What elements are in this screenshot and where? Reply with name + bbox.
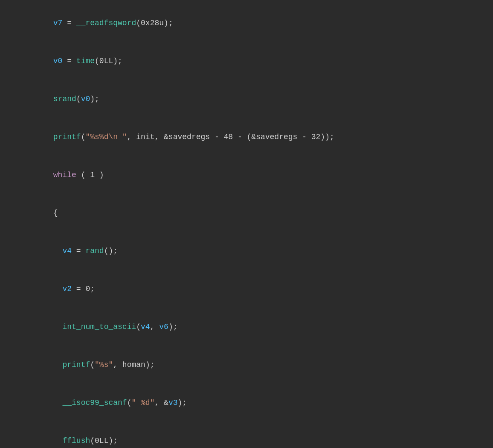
code-line: int_num_to_ascii(v4, v6); bbox=[0, 308, 493, 346]
code-content: v2 = 0; bbox=[26, 270, 484, 308]
code-content: v4 = rand(); bbox=[26, 232, 484, 270]
code-line: __isoc99_scanf(" %d", &v3); bbox=[0, 384, 493, 422]
code-line: srand(v0); bbox=[0, 80, 493, 118]
code-editor: v7 = __readfsqword(0x28u); v0 = time(0LL… bbox=[0, 0, 493, 448]
code-content: v7 = __readfsqword(0x28u); bbox=[26, 4, 484, 42]
code-content: { bbox=[26, 194, 484, 232]
code-line: v7 = __readfsqword(0x28u); bbox=[0, 4, 493, 42]
code-content: fflush(0LL); bbox=[26, 422, 484, 448]
code-line: while ( 1 ) bbox=[0, 156, 493, 194]
code-content: __isoc99_scanf(" %d", &v3); bbox=[26, 384, 484, 422]
code-line: { bbox=[0, 194, 493, 232]
code-line: fflush(0LL); bbox=[0, 422, 493, 448]
code-content: while ( 1 ) bbox=[26, 156, 484, 194]
code-content: srand(v0); bbox=[26, 80, 484, 118]
code-line: printf("%s", homan); bbox=[0, 346, 493, 384]
code-line: v4 = rand(); bbox=[0, 232, 493, 270]
code-line: printf("%s%d\n ", init, &savedregs - 48 … bbox=[0, 118, 493, 156]
code-content: printf("%s", homan); bbox=[26, 346, 484, 384]
code-content: int_num_to_ascii(v4, v6); bbox=[26, 308, 484, 346]
code-content: v0 = time(0LL); bbox=[26, 42, 484, 80]
code-line: v2 = 0; bbox=[0, 270, 493, 308]
code-content: printf("%s%d\n ", init, &savedregs - 48 … bbox=[26, 118, 484, 156]
code-line: v0 = time(0LL); bbox=[0, 42, 493, 80]
